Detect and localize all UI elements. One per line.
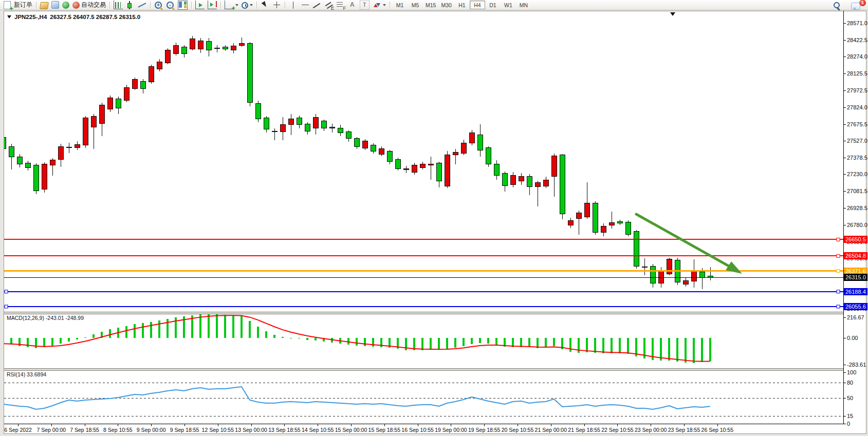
- market-watch-icon: [40, 2, 49, 9]
- line-handle[interactable]: [837, 305, 840, 308]
- candle: [338, 128, 343, 132]
- time-axis-label: 19 Sep 18:55: [468, 427, 500, 433]
- bar-chart-button[interactable]: [112, 1, 124, 10]
- zoom-out-button[interactable]: [164, 1, 176, 10]
- candle: [469, 133, 474, 143]
- dropdown-caret-icon[interactable]: [250, 4, 253, 8]
- price-axis-line: [843, 11, 844, 424]
- cursor-button[interactable]: [259, 1, 271, 10]
- horizontal-line-button[interactable]: [299, 1, 311, 10]
- candle: [140, 81, 145, 88]
- candlestick-button[interactable]: [124, 1, 136, 10]
- crosshair-button[interactable]: [271, 1, 283, 10]
- candle: [4, 138, 6, 149]
- timeframe-h4-button[interactable]: H4: [470, 1, 485, 9]
- candle: [593, 203, 598, 233]
- candle: [445, 155, 450, 186]
- candle: [486, 148, 491, 164]
- timeframe-m5-button[interactable]: M5: [408, 1, 423, 9]
- price-tick-label: 27230.0: [847, 170, 867, 178]
- fibonacci-button[interactable]: [335, 1, 346, 10]
- candle: [173, 45, 178, 54]
- candle: [699, 272, 705, 277]
- timeframe-m1-button[interactable]: M1: [392, 1, 408, 9]
- auto-scroll-icon: [195, 1, 205, 9]
- vertical-line-button[interactable]: [287, 1, 299, 10]
- auto-scroll-button[interactable]: [194, 1, 206, 10]
- timeframe-w1-button[interactable]: W1: [501, 1, 516, 9]
- chart-shift-button[interactable]: [206, 1, 218, 10]
- signals-button[interactable]: [61, 1, 71, 10]
- navigator-button[interactable]: [50, 1, 61, 10]
- periods-button[interactable]: [240, 1, 254, 10]
- candle: [543, 180, 548, 186]
- candle: [305, 124, 310, 131]
- indicators-button[interactable]: [223, 1, 240, 10]
- candle: [33, 165, 39, 191]
- trend-arrow[interactable]: [636, 214, 742, 274]
- line-handle[interactable]: [837, 238, 840, 241]
- search-button[interactable]: [830, 1, 842, 10]
- candle: [617, 221, 622, 223]
- line-handle[interactable]: [5, 290, 8, 293]
- chart-canvas[interactable]: [4, 11, 843, 424]
- candle: [535, 183, 540, 187]
- timeframe-m15-button[interactable]: M15: [423, 1, 438, 9]
- timeframe-mn-button[interactable]: MN: [516, 1, 531, 9]
- time-axis-label: 7 Sep 18:55: [70, 427, 99, 433]
- timeframe-m30-button[interactable]: M30: [438, 1, 454, 9]
- text-button[interactable]: [346, 1, 358, 10]
- price-tick-label: 26780.0: [847, 221, 867, 229]
- time-axis-label: 23 Sep 00:00: [635, 427, 667, 433]
- line-chart-button[interactable]: [136, 1, 148, 10]
- text-label-icon: [360, 1, 370, 10]
- dropdown-caret-icon[interactable]: [235, 4, 238, 8]
- cursor-icon: [261, 1, 269, 9]
- candle: [362, 141, 367, 148]
- timeframe-h1-button[interactable]: H1: [454, 1, 470, 9]
- trendline-button[interactable]: [311, 1, 323, 10]
- candle: [99, 105, 104, 123]
- text-label-button[interactable]: [358, 1, 371, 10]
- time-tick: [51, 424, 52, 426]
- notifications-button[interactable]: 1: [849, 1, 862, 10]
- time-axis-label: 13 Sep 18:55: [268, 427, 300, 433]
- candle: [107, 98, 113, 109]
- time-axis-label: 9 Sep 18:55: [170, 427, 199, 433]
- candle: [609, 223, 614, 225]
- candle: [601, 226, 606, 233]
- chart-end-marker-icon[interactable]: [670, 12, 675, 18]
- time-tick: [184, 424, 185, 426]
- time-axis-label: 9 Sep 00:00: [137, 427, 166, 433]
- zoom-in-button[interactable]: [153, 1, 164, 10]
- candle: [551, 156, 557, 176]
- candle: [519, 177, 524, 181]
- timeframe-d1-button[interactable]: D1: [485, 1, 501, 9]
- line-handle[interactable]: [5, 305, 8, 308]
- new-order-button-label: 新订单: [14, 1, 32, 9]
- new-order-button[interactable]: 新订单: [2, 1, 34, 10]
- line-handle[interactable]: [837, 290, 840, 293]
- market-watch-button[interactable]: [39, 1, 50, 10]
- candle: [206, 42, 211, 50]
- candle: [395, 159, 400, 168]
- line-handle[interactable]: [837, 254, 840, 257]
- autotrading-button[interactable]: 自动交易: [71, 1, 107, 10]
- candle: [436, 163, 441, 181]
- time-tick: [684, 424, 685, 426]
- tile-windows-button[interactable]: [176, 1, 189, 10]
- time-tick: [318, 424, 318, 426]
- symbol-dropdown-icon[interactable]: [7, 15, 11, 21]
- vertical-line-icon: [289, 1, 298, 9]
- time-tick: [451, 424, 451, 426]
- candle: [272, 131, 277, 132]
- dropdown-caret-icon[interactable]: [383, 4, 386, 8]
- price-line-label: 26188.4: [844, 288, 867, 295]
- line-handle[interactable]: [837, 270, 840, 273]
- arrows-button[interactable]: [371, 1, 387, 10]
- candle: [420, 164, 425, 168]
- time-tick: [218, 424, 218, 426]
- time-tick: [484, 424, 485, 426]
- time-axis-label: 14 Sep 10:55: [302, 427, 334, 433]
- equidistant-channel-button[interactable]: [323, 1, 335, 10]
